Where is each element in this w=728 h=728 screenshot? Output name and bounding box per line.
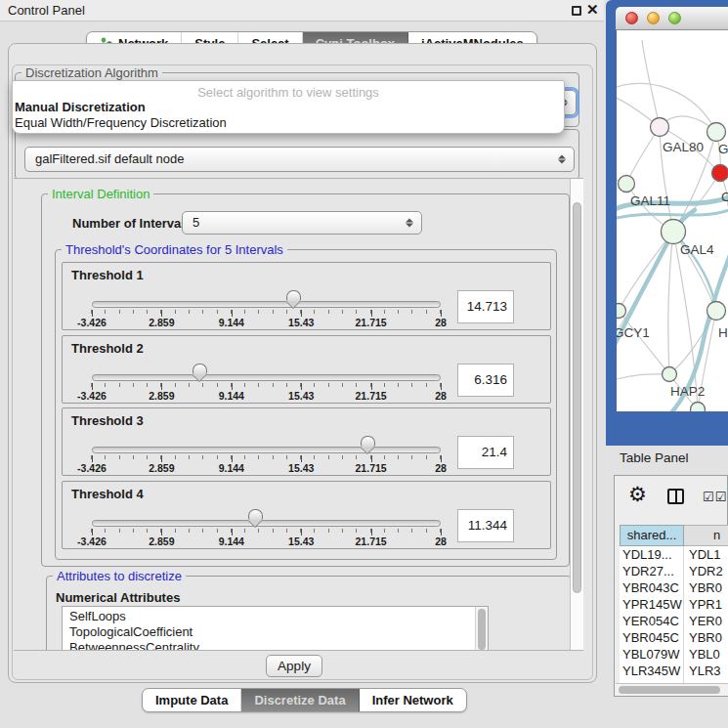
float-window-icon[interactable] — [572, 6, 581, 16]
threshold-label: Threshold 2 — [71, 341, 144, 356]
column-header-name[interactable]: n — [684, 525, 728, 546]
slider-major-tick — [92, 529, 93, 535]
slider-major-tick — [92, 455, 93, 462]
threshold-value-field[interactable]: 11.344 — [457, 509, 514, 542]
table-row[interactable]: YPR145WYPR1 — [620, 596, 728, 613]
attribute-item-betweennesscentrality[interactable]: BetweennessCentrality — [63, 640, 488, 651]
network-canvas[interactable]: GAL80GACGAL11GAL4GCY1HHAP2 — [617, 30, 728, 411]
slider-track[interactable] — [92, 447, 441, 453]
tab-label: Impute Data — [155, 693, 228, 707]
slider-track[interactable] — [92, 301, 441, 308]
table-hscrollbar[interactable] — [616, 683, 728, 696]
list-scrollbar-thumb[interactable] — [478, 609, 486, 650]
slider-major-tick — [371, 383, 372, 390]
threshold-value-field[interactable]: 14.713 — [457, 290, 514, 323]
node-label: GA — [718, 142, 728, 156]
close-traffic-light-icon[interactable] — [625, 12, 638, 24]
settings-scrollbar[interactable] — [570, 179, 583, 650]
table-panel-title: Table Panel — [620, 450, 689, 465]
cell-shared-name: YLR345W — [620, 663, 684, 679]
column-header-shared[interactable]: shared... — [620, 525, 684, 546]
tab-infer-network[interactable]: Infer Network — [360, 689, 466, 711]
slider-major-tick — [441, 529, 442, 535]
slider-tick-label: 21.715 — [348, 535, 395, 547]
node-gal80[interactable] — [651, 118, 669, 137]
table-row[interactable]: YDL19...YDL1 — [620, 546, 728, 563]
slider-major-tick — [161, 383, 162, 390]
node-h[interactable] — [707, 302, 726, 321]
slider-knob[interactable] — [193, 364, 207, 374]
network-graph: GAL80GACGAL11GAL4GCY1HHAP2 — [617, 30, 728, 411]
apply-button[interactable]: Apply — [266, 655, 322, 677]
threshold-label: Threshold 1 — [71, 268, 144, 282]
slider-major-tick — [232, 529, 233, 535]
table-data-combo-value: galFiltered.sif default node — [35, 151, 184, 166]
slider-minor-ticks — [91, 383, 442, 387]
algorithm-dropdown-popup: Select algorithm to view settings Manual… — [12, 80, 565, 134]
node-hap2[interactable] — [663, 367, 677, 382]
slider-knob[interactable] — [286, 290, 301, 301]
split-columns-icon[interactable] — [667, 489, 684, 504]
list-scrollbar[interactable] — [475, 607, 488, 651]
slider-major-tick — [371, 455, 372, 462]
algorithm-option-equal-width-frequency-discretization[interactable]: Equal Width/Frequency Discretization — [15, 115, 227, 130]
checkbox-icons[interactable]: ☑☑ — [703, 490, 727, 504]
settings-scrollbar-thumb[interactable] — [573, 202, 581, 593]
cell-name: YLR3 — [684, 663, 728, 679]
table-row[interactable]: YBL079WYBL0 — [620, 646, 728, 663]
slider-tick-label: 2.859 — [138, 462, 185, 474]
slider-major-tick — [301, 383, 302, 390]
slider-major-tick — [92, 310, 93, 317]
slider-major-tick — [161, 529, 162, 535]
cell-shared-name: YDL19... — [620, 546, 684, 563]
slider-tick-label: 15.43 — [278, 390, 324, 402]
slider-major-tick — [232, 455, 233, 462]
node-gal4[interactable] — [662, 220, 686, 244]
table-hscrollbar-thumb[interactable] — [619, 686, 720, 694]
table-data-combo[interactable]: galFiltered.sif default node — [24, 147, 575, 172]
close-icon[interactable]: ✕ — [586, 1, 599, 19]
algorithm-popup-prompt: Select algorithm to view settings — [13, 85, 564, 100]
table-row[interactable]: YBR043CYBR0 — [620, 579, 728, 596]
threshold-box-1: Threshold 1-3.4262.8599.14415.4321.71528… — [62, 262, 551, 330]
slider-major-tick — [441, 455, 442, 462]
tab-impute-data[interactable]: Impute Data — [143, 689, 241, 711]
table-row[interactable]: YER054CYER0 — [620, 613, 728, 629]
minimize-traffic-light-icon[interactable] — [647, 12, 660, 24]
attribute-item-selfloops[interactable]: SelfLoops — [63, 607, 488, 624]
threshold-value-field[interactable]: 21.4 — [457, 436, 514, 469]
slider-tick-label: 15.43 — [278, 535, 324, 547]
slider-major-tick — [301, 310, 302, 317]
node-gcy1[interactable] — [617, 304, 626, 319]
algorithm-option-manual-discretization[interactable]: Manual Discretization — [15, 100, 146, 114]
node-ga[interactable] — [707, 123, 726, 142]
zoom-traffic-light-icon[interactable] — [668, 12, 681, 24]
slider-knob[interactable] — [248, 509, 263, 520]
numerical-attributes-list[interactable]: SelfLoopsTopologicalCoefficientBetweenne… — [62, 606, 489, 651]
attribute-item-topologicalcoefficient[interactable]: TopologicalCoefficient — [63, 624, 488, 640]
slider-track[interactable] — [92, 374, 441, 381]
number-of-intervals-combo[interactable]: 5 — [182, 211, 422, 235]
settings-gear-icon[interactable]: ⚙ — [628, 483, 647, 506]
slider-major-tick — [232, 383, 233, 390]
slider-track[interactable] — [92, 520, 441, 527]
table-row[interactable]: YLR345WYLR3 — [620, 663, 728, 679]
node-gal11[interactable] — [619, 176, 635, 193]
slider-knob[interactable] — [361, 436, 375, 447]
slider-tick-label: -3.426 — [68, 317, 115, 328]
network-view-window: GAL80GACGAL11GAL4GCY1HHAP2 — [606, 0, 728, 446]
cell-shared-name: YBR043C — [620, 579, 684, 596]
node-c[interactable] — [712, 165, 728, 182]
tab-discretize-data[interactable]: Discretize Data — [241, 689, 359, 711]
slider-tick-label: -3.426 — [68, 535, 115, 547]
threshold-value-field[interactable]: 6.316 — [457, 364, 514, 397]
slider-tick-label: -3.426 — [68, 462, 115, 474]
cell-name: YPR1 — [684, 596, 728, 613]
table-row[interactable]: YBR045CYBR0 — [620, 629, 728, 646]
slider-major-tick — [371, 310, 372, 317]
slider-tick-label: 9.144 — [208, 390, 255, 402]
node-label: GAL4 — [680, 242, 714, 257]
node-unlabeled[interactable] — [691, 403, 706, 412]
table-row[interactable]: YDR27...YDR2 — [620, 563, 728, 579]
node-label: GAL11 — [630, 193, 670, 208]
